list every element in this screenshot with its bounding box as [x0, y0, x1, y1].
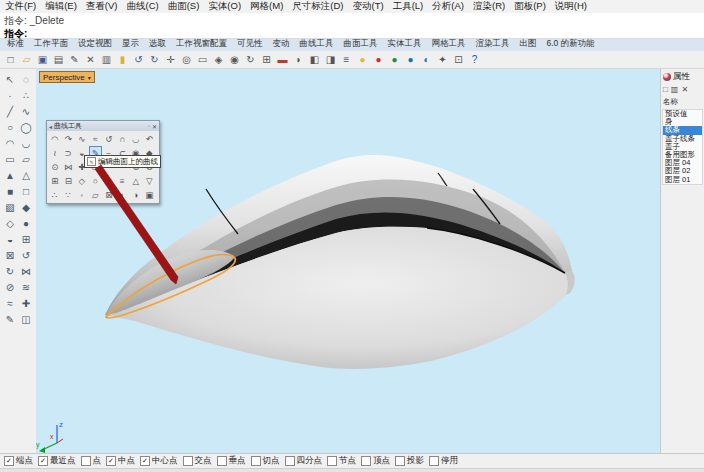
sidebar-tool-icon[interactable]: ◯ — [18, 119, 34, 135]
palette-close-icon[interactable]: ✕ — [152, 123, 157, 130]
toolbar-icon[interactable]: ▮ — [115, 52, 130, 67]
toolbar-icon[interactable]: ▬ — [275, 52, 290, 67]
sidebar-tool-icon[interactable]: ◠ — [2, 135, 18, 151]
menu-item[interactable]: 分析(A) — [432, 0, 464, 13]
osnap-option[interactable]: 中心点 — [140, 455, 178, 467]
toolbar-icon[interactable]: ↻ — [147, 52, 162, 67]
palette-tool-icon[interactable]: ⊠ — [102, 188, 116, 202]
toolbar-icon[interactable]: ≡ — [339, 52, 354, 67]
toolbar-icon[interactable]: ◈ — [211, 52, 226, 67]
sidebar-tool-icon[interactable]: ▱ — [18, 151, 34, 167]
toolbar-tab[interactable]: 曲线工具 — [295, 37, 339, 51]
toolbar-icon[interactable]: ▭ — [195, 52, 210, 67]
sidebar-tool-icon[interactable]: ◆ — [18, 199, 34, 215]
osnap-checkbox[interactable] — [327, 456, 337, 466]
toolbar-tab[interactable]: 网格工具 — [427, 37, 471, 51]
palette-tool-icon[interactable]: ▱ — [89, 188, 103, 202]
properties-toolbar-icon[interactable]: ▥ — [671, 85, 679, 94]
osnap-checkbox[interactable] — [395, 456, 405, 466]
palette-tool-icon[interactable]: ≀ — [48, 146, 62, 160]
toolbar-tab[interactable]: 曲面工具 — [339, 37, 383, 51]
palette-pin-icon[interactable]: ◦ — [148, 123, 150, 129]
layer-list-item[interactable]: 身 — [663, 118, 702, 126]
toolbar-icon[interactable]: ◨ — [323, 52, 338, 67]
palette-tool-icon[interactable]: ⋈ — [62, 160, 76, 174]
menu-item[interactable]: 渲染(R) — [473, 0, 505, 13]
menu-item[interactable]: 曲面(S) — [168, 0, 200, 13]
osnap-checkbox[interactable] — [106, 456, 116, 466]
palette-tool-icon[interactable]: ◐ — [116, 188, 130, 202]
toolbar-icon[interactable]: ▥ — [99, 52, 114, 67]
osnap-option[interactable]: 端点 — [4, 455, 33, 467]
palette-tool-icon[interactable]: △ — [129, 174, 143, 188]
sidebar-tool-icon[interactable]: ○ — [2, 119, 18, 135]
layer-list-item[interactable]: 图层 04 — [663, 159, 702, 167]
toolbar-tab[interactable]: 显示 — [117, 37, 144, 51]
osnap-option[interactable]: 投影 — [395, 455, 424, 467]
toolbar-icon[interactable]: ⊞ — [259, 52, 274, 67]
toolbar-tab[interactable]: 工作平面 — [29, 37, 73, 51]
palette-tool-icon[interactable]: ◠ — [48, 132, 62, 146]
sidebar-tool-icon[interactable]: ⋈ — [18, 263, 34, 279]
sidebar-tool-icon[interactable]: ⊠ — [2, 247, 18, 263]
sidebar-tool-icon[interactable]: ↖ — [2, 71, 18, 87]
properties-tab[interactable]: 属性 — [661, 69, 704, 84]
perspective-viewport[interactable]: z y x Perspective ▾ ◂ 曲线工具 ◦ ✕ — [36, 69, 660, 453]
toolbar-icon[interactable]: ● — [403, 52, 418, 67]
osnap-checkbox[interactable] — [38, 456, 48, 466]
toolbar-tab[interactable]: 设定视图 — [73, 37, 117, 51]
sidebar-tool-icon[interactable]: ≋ — [18, 279, 34, 295]
toolbar-tab[interactable]: 实体工具 — [383, 37, 427, 51]
toolbar-icon[interactable]: ▤ — [51, 52, 66, 67]
palette-drag-icon[interactable]: ◂ — [49, 123, 52, 130]
menu-item[interactable]: 面板(P) — [514, 0, 546, 13]
menu-item[interactable]: 文件(F) — [5, 0, 36, 13]
sidebar-tool-icon[interactable]: ■ — [2, 183, 18, 199]
sidebar-tool-icon[interactable]: ▭ — [2, 151, 18, 167]
palette-tool-icon[interactable]: ↶ — [143, 132, 157, 146]
osnap-checkbox[interactable] — [251, 456, 261, 466]
osnap-option[interactable]: 切点 — [251, 455, 280, 467]
sidebar-tool-icon[interactable]: ✎ — [2, 311, 18, 327]
toolbar-icon[interactable]: ✕ — [83, 52, 98, 67]
osnap-checkbox[interactable] — [429, 456, 439, 466]
palette-tool-icon[interactable]: ◡ — [129, 132, 143, 146]
palette-tool-icon[interactable]: ◇ — [75, 174, 89, 188]
osnap-option[interactable]: 交点 — [183, 455, 212, 467]
toolbar-icon[interactable]: ⊡ — [451, 52, 466, 67]
palette-tool-icon[interactable]: ⊃ — [62, 146, 76, 160]
sidebar-tool-icon[interactable]: ⊞ — [18, 231, 34, 247]
sidebar-tool-icon[interactable]: ≈ — [2, 295, 18, 311]
toolbar-tab[interactable]: 出图 — [515, 37, 542, 51]
toolbar-icon[interactable]: ↻ — [243, 52, 258, 67]
toolbar-tab[interactable]: 6.0 的新功能 — [542, 37, 600, 51]
toolbar-icon[interactable]: ◎ — [179, 52, 194, 67]
palette-tool-icon[interactable]: ◦ — [75, 188, 89, 202]
sidebar-tool-icon[interactable]: ∴ — [18, 87, 34, 103]
toolbar-icon[interactable]: ◉ — [227, 52, 242, 67]
toolbar-icon[interactable]: □ — [3, 52, 18, 67]
osnap-checkbox[interactable] — [217, 456, 227, 466]
menu-item[interactable]: 说明(H) — [555, 0, 587, 13]
sidebar-tool-icon[interactable]: ◇ — [2, 215, 18, 231]
menu-item[interactable]: 工具(L) — [393, 0, 424, 13]
viewport-menu-arrow-icon[interactable]: ▾ — [88, 74, 91, 81]
toolbar-icon[interactable]: ▣ — [35, 52, 50, 67]
osnap-checkbox[interactable] — [140, 456, 150, 466]
layer-list-item[interactable]: 盖子线条 — [663, 135, 702, 143]
palette-tool-icon[interactable]: ∵ — [62, 188, 76, 202]
toolbar-icon[interactable]: ◗ — [291, 52, 306, 67]
layer-list-item[interactable]: 预设值 — [663, 110, 702, 118]
menu-item[interactable]: 查看(V) — [86, 0, 118, 13]
toolbar-icon[interactable]: ✎ — [67, 52, 82, 67]
sidebar-tool-icon[interactable]: ✚ — [18, 295, 34, 311]
toolbar-icon[interactable]: ◐ — [419, 52, 434, 67]
menu-item[interactable]: 网格(M) — [250, 0, 283, 13]
toolbar-tab[interactable]: 可见性 — [232, 37, 268, 51]
sidebar-tool-icon[interactable]: ∿ — [18, 103, 34, 119]
osnap-checkbox[interactable] — [4, 456, 14, 466]
sidebar-tool-icon[interactable]: ↻ — [2, 263, 18, 279]
layer-list-item[interactable]: 盖子 — [663, 143, 702, 151]
layer-list-item[interactable]: 备用图形 — [663, 151, 702, 159]
osnap-option[interactable]: 停用 — [429, 455, 458, 467]
